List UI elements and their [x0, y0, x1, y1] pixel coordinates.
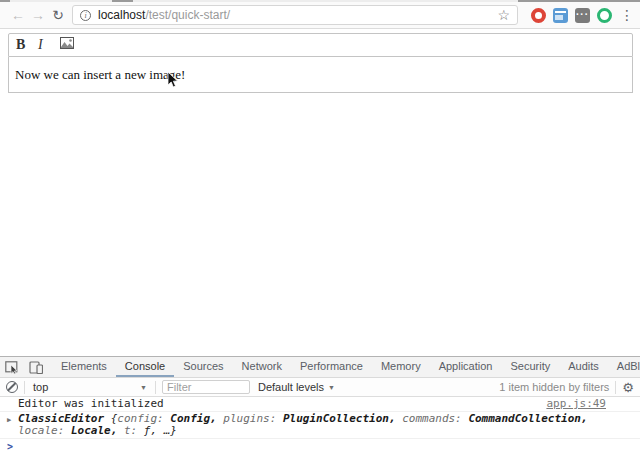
levels-label: Default levels [258, 381, 324, 393]
tab-adblock[interactable]: AdBlock [608, 357, 640, 377]
browser-window: ← → ↻ i localhost/test/quick-start/ ☆ ⋮ … [0, 0, 640, 454]
image-icon [60, 37, 74, 49]
editor-text: Now we can insert a new image! [15, 67, 185, 82]
console-toolbar: top ▼ Default levels ▼ 1 item hidden by … [0, 378, 640, 397]
back-icon[interactable]: ← [8, 7, 28, 23]
object-value: CommandCollection, [468, 412, 587, 425]
object-function-value: ƒ, [144, 424, 157, 437]
object-value: Config, [170, 412, 216, 425]
tab-application[interactable]: Application [430, 357, 502, 377]
blue-window-extension-icon[interactable] [553, 8, 568, 23]
context-label: top [33, 381, 48, 393]
page-info-icon[interactable]: i [80, 10, 91, 21]
tab-audits[interactable]: Audits [559, 357, 608, 377]
forward-icon[interactable]: → [28, 7, 48, 23]
tab-sources[interactable]: Sources [174, 357, 232, 377]
rich-text-editor: B I Now we can insert a new image! [8, 33, 633, 93]
inspect-icon [5, 361, 19, 374]
tab-performance[interactable]: Performance [291, 357, 372, 377]
device-toolbar-icon [29, 361, 43, 374]
editor-content-area[interactable]: Now we can insert a new image! [8, 57, 633, 93]
tab-elements[interactable]: Elements [52, 357, 116, 377]
gear-icon[interactable]: ⚙ [622, 380, 634, 395]
device-toolbar-button[interactable] [24, 357, 48, 377]
browser-toolbar: ← → ↻ i localhost/test/quick-start/ ☆ ⋮ [0, 2, 640, 29]
url-text[interactable]: localhost/test/quick-start/ [98, 8, 493, 22]
filter-input[interactable] [162, 380, 250, 394]
source-link[interactable]: app.js:49 [546, 398, 606, 410]
object-key: locale: [18, 424, 64, 437]
expand-arrow-icon[interactable]: ▶ [7, 414, 11, 426]
console-prompt-chevron: > [7, 441, 13, 453]
console-log-row: Editor was initialized app.js:49 [0, 397, 640, 412]
log-levels-selector[interactable]: Default levels ▼ [258, 381, 335, 393]
toolbar-separator [615, 381, 616, 394]
browser-menu-icon[interactable]: ⋮ [620, 7, 632, 23]
insert-image-button[interactable] [60, 37, 82, 53]
url-bar[interactable]: i localhost/test/quick-start/ ☆ [72, 5, 518, 25]
console-messages: Editor was initialized app.js:49 ▶ Class… [0, 397, 640, 443]
object-value: Locale, [71, 424, 117, 437]
object-key: t: [124, 424, 137, 437]
inspect-element-button[interactable] [0, 357, 24, 377]
tab-console[interactable]: Console [116, 357, 174, 377]
object-value: PluginCollection, [283, 412, 396, 425]
object-key: commands: [402, 412, 462, 425]
bookmark-star-icon[interactable]: ☆ [497, 7, 510, 23]
gray-more-extension-icon[interactable] [575, 8, 590, 23]
object-key: plugins: [223, 412, 276, 425]
italic-button[interactable]: I [38, 37, 60, 53]
object-ellipsis: …} [164, 424, 177, 437]
url-host: localhost [98, 8, 145, 22]
clear-console-icon[interactable] [6, 381, 18, 393]
tab-network[interactable]: Network [233, 357, 291, 377]
devtools-panel: Elements Console Sources Network Perform… [0, 356, 640, 454]
chevron-down-icon: ▼ [140, 384, 147, 391]
green-circle-extension-icon[interactable] [597, 8, 612, 23]
bold-button[interactable]: B [16, 37, 38, 53]
red-circle-extension-icon[interactable] [531, 8, 546, 23]
reload-icon[interactable]: ↻ [48, 7, 68, 23]
chevron-down-icon: ▼ [328, 384, 335, 391]
mouse-cursor [167, 71, 178, 88]
devtools-tab-bar: Elements Console Sources Network Perform… [0, 357, 640, 378]
console-prompt-row[interactable]: > [0, 439, 640, 443]
log-text: Editor was initialized [18, 397, 164, 410]
hidden-items-note: 1 item hidden by filters [499, 381, 609, 393]
editor-toolbar: B I [8, 33, 633, 57]
console-object-row: ▶ ClassicEditor {config: Config, plugins… [0, 412, 640, 439]
tab-security[interactable]: Security [501, 357, 559, 377]
execution-context-selector[interactable]: top ▼ [31, 381, 149, 393]
toolbar-separator [155, 381, 156, 394]
url-path: /test/quick-start/ [145, 8, 230, 22]
tab-memory[interactable]: Memory [372, 357, 430, 377]
toolbar-separator [24, 381, 25, 394]
